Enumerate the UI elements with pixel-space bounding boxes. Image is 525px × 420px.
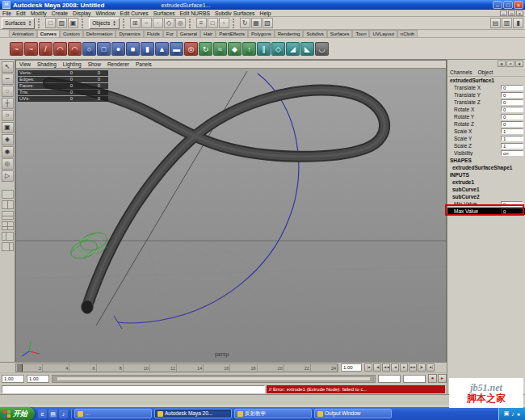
next-key-button[interactable]: |► xyxy=(418,363,426,372)
anim-prefs-button[interactable]: ▸ xyxy=(438,374,447,383)
new-scene-icon[interactable]: □ xyxy=(45,18,56,28)
channel-value-field[interactable]: 0 xyxy=(501,114,523,120)
tab-polygons[interactable]: Polygons xyxy=(248,30,275,37)
channel-value-field[interactable]: 1 xyxy=(501,136,523,141)
shape-node-name[interactable]: extrudedSurfaceShape1 xyxy=(447,164,525,171)
attr-scale-z[interactable]: Scale Z 1 xyxy=(447,142,525,149)
menu-create[interactable]: Create xyxy=(49,10,70,16)
tab-painteffects[interactable]: PaintEffects xyxy=(216,30,248,37)
select-component-icon[interactable]: ◦ xyxy=(219,18,229,28)
snap-curve-icon[interactable]: ~ xyxy=(141,18,152,28)
ipr-render-icon[interactable]: ▧ xyxy=(262,18,273,28)
snap-point-icon[interactable]: ∙ xyxy=(153,18,163,28)
selection-mask-dropdown[interactable]: Objects ▲▼ xyxy=(89,18,120,29)
tab-fur[interactable]: Fur xyxy=(163,30,177,37)
menu-file[interactable]: File xyxy=(0,10,14,16)
tray-volume-icon[interactable]: ▣ xyxy=(504,410,510,417)
selected-object-name[interactable]: extrudedSurface1 xyxy=(447,77,525,84)
channel-value-field[interactable]: 0 xyxy=(501,99,523,105)
attr-translate-y[interactable]: Translate Y 0 xyxy=(447,91,525,99)
nurbs-cone-icon[interactable]: ▲ xyxy=(155,42,169,56)
save-scene-icon[interactable]: ▣ xyxy=(68,18,78,28)
layout-two-pane-side-button[interactable] xyxy=(2,200,14,209)
vp-menu-lighting[interactable]: Lighting xyxy=(60,61,85,67)
show-manipulator-tool[interactable]: ◎ xyxy=(2,158,14,170)
menu-display[interactable]: Display xyxy=(70,10,93,16)
layout-two-pane-stacked-button[interactable] xyxy=(2,211,14,220)
tab-deformation[interactable]: Deformation xyxy=(83,30,116,37)
nurbs-sphere-icon[interactable]: ● xyxy=(111,42,125,56)
channel-value-field[interactable]: 1 xyxy=(501,128,523,134)
task-button-maya[interactable]: Autodesk Maya 20... xyxy=(154,409,232,418)
mel-command-input[interactable] xyxy=(2,385,265,393)
tab-fluids[interactable]: Fluids xyxy=(144,30,163,37)
tab-uvlayout[interactable]: UVLayout xyxy=(369,30,397,37)
show-tool-settings-icon[interactable]: ▥ xyxy=(502,18,512,28)
cv-curve-tool-icon[interactable]: ~ xyxy=(10,42,23,56)
open-scene-icon[interactable]: ▨ xyxy=(57,18,67,28)
timeline-track[interactable]: 24681012141618202224 xyxy=(15,363,338,372)
soft-mod-tool[interactable]: ◉ xyxy=(2,146,14,158)
go-to-end-button[interactable]: ►| xyxy=(426,363,435,372)
anim-end-field[interactable] xyxy=(378,375,401,383)
layout-persp-outliner-button[interactable] xyxy=(2,232,14,241)
child-minimize-button[interactable]: – xyxy=(500,10,507,16)
range-end-field[interactable] xyxy=(403,375,426,383)
task-button-output[interactable]: Output Window xyxy=(314,409,392,418)
pencil-curve-tool-icon[interactable]: / xyxy=(39,42,52,56)
perspective-viewport[interactable]: ViewShadingLightingShowRendererPanels xyxy=(15,60,447,362)
nurbs-plane-icon[interactable]: ▬ xyxy=(170,42,183,56)
snap-plane-icon[interactable]: ◇ xyxy=(164,18,174,28)
play-forward-button[interactable]: ► xyxy=(400,363,408,372)
tab-dynamics[interactable]: Dynamics xyxy=(116,30,143,37)
menu-set-dropdown[interactable]: Surfaces ▲▼ xyxy=(2,18,35,29)
attr-max-value[interactable]: Max Value 0 xyxy=(447,208,525,215)
range-bar[interactable] xyxy=(53,376,374,381)
menu-modify[interactable]: Modify xyxy=(28,10,49,16)
range-start-field[interactable]: 1.00 xyxy=(2,375,24,383)
menu-edit[interactable]: Edit xyxy=(14,10,28,16)
minimize-button[interactable]: – xyxy=(493,1,502,9)
select-hierarchy-icon[interactable]: ≡ xyxy=(196,18,207,28)
tab-custom[interactable]: Custom xyxy=(60,30,83,37)
tab-hair[interactable]: Hair xyxy=(200,30,216,37)
last-tool[interactable]: ▷ xyxy=(2,170,14,182)
boundary-icon[interactable]: ◇ xyxy=(271,42,285,56)
menu-subdiv-surfaces[interactable]: Subdiv Surfaces xyxy=(212,10,258,16)
channel-value-field[interactable]: 0 xyxy=(501,107,523,112)
play-backwards-button[interactable]: ◄ xyxy=(391,363,399,372)
child-restore-button[interactable]: □ xyxy=(508,10,515,16)
prev-key-button[interactable]: ◄| xyxy=(373,363,381,372)
attr-translate-x[interactable]: Translate X 0 xyxy=(447,84,525,91)
birail-icon[interactable]: ∥ xyxy=(257,42,271,56)
render-current-frame-icon[interactable]: ▦ xyxy=(251,18,262,28)
vp-menu-shading[interactable]: Shading xyxy=(34,61,60,67)
attr-translate-z[interactable]: Translate Z 0 xyxy=(447,99,525,106)
menu-edit-nurbs[interactable]: Edit NURBS xyxy=(178,10,212,16)
channel-value-field[interactable]: 0 xyxy=(501,92,523,98)
lasso-tool[interactable]: ∽ xyxy=(2,74,14,85)
channel-hyperbolic-icon[interactable]: ≈ xyxy=(506,61,514,67)
nurbs-cylinder-icon[interactable]: ▮ xyxy=(141,42,154,56)
viewport-canvas[interactable]: Verts: 0 0 Edges: 0 0 Faces: 0 0 Tris: 0 xyxy=(16,69,446,362)
tab-toon[interactable]: Toon xyxy=(352,30,369,37)
task-button-doc[interactable]: 反射教学 xyxy=(234,409,312,418)
select-object-icon[interactable]: □ xyxy=(208,18,218,28)
bevel-icon[interactable]: ◢ xyxy=(286,42,300,56)
ep-curve-tool-icon[interactable]: ~ xyxy=(24,42,38,56)
input-subcurve1[interactable]: subCurve1 xyxy=(447,186,525,193)
menu-help[interactable]: Help xyxy=(257,10,273,16)
channel-value-field[interactable]: on xyxy=(501,150,523,156)
input-subcurve2[interactable]: subCurve2 xyxy=(447,193,525,200)
snap-grid-icon[interactable]: ⊞ xyxy=(130,18,141,28)
quicklaunch-ie-icon[interactable]: e xyxy=(38,410,47,418)
step-back-frame-button[interactable]: ◄◄ xyxy=(382,363,390,372)
move-tool[interactable]: ┼ xyxy=(2,98,14,109)
vp-menu-view[interactable]: View xyxy=(16,61,34,67)
anim-start-field[interactable]: 1.00 xyxy=(27,375,49,383)
vp-menu-renderer[interactable]: Renderer xyxy=(104,61,132,67)
arc-two-point-icon[interactable]: ◠ xyxy=(68,42,82,56)
show-attribute-editor-icon[interactable]: ▤ xyxy=(490,18,501,28)
vp-menu-panels[interactable]: Panels xyxy=(132,61,155,67)
quicklaunch-desktop-icon[interactable]: ▤ xyxy=(48,410,57,418)
